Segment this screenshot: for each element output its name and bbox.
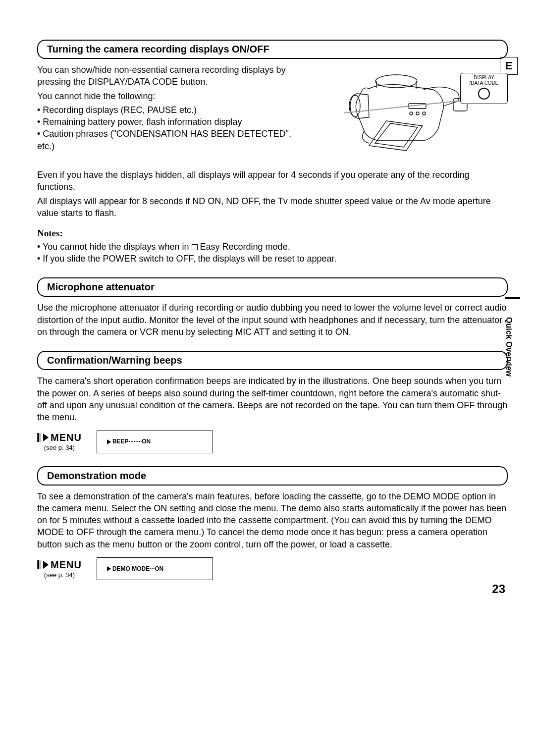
callout-button-icon (478, 88, 490, 100)
note-easy-recording: You cannot hide the displays when in Eas… (37, 241, 508, 253)
displays-intro: You can show/hide non-essential camera r… (37, 64, 305, 88)
display-data-code-callout: DISPLAY /DATA CODE (460, 73, 508, 104)
menu-row-demo: MENU (see p. 34) DEMO MODE···ON (37, 557, 508, 580)
page-number: 23 (492, 581, 505, 597)
mic-attenuator-body: Use the microphone attenuator if during … (37, 302, 508, 338)
menu-word-2: MENU (51, 559, 82, 570)
svg-point-3 (410, 112, 413, 115)
section-header-beeps: Confirmation/Warning beeps (37, 351, 508, 370)
svg-point-0 (350, 95, 360, 117)
displays-bullet-2: Remaining battery power, flash informati… (37, 116, 305, 128)
section-mic-attenuator: Microphone attenuator Use the microphone… (37, 277, 508, 338)
camera-illustration: DISPLAY /DATA CODE (310, 64, 508, 163)
menu-button-icon-2: MENU (see p. 34) (37, 558, 82, 580)
menu-hatch-icon (37, 433, 42, 442)
menu-button-icon: MENU (see p. 34) (37, 431, 82, 452)
svg-point-5 (423, 112, 426, 115)
note-power-off: If you slide the POWER switch to OFF, th… (37, 253, 508, 265)
lcd-play-icon-2 (107, 566, 111, 571)
menu-play-icon-2 (43, 561, 49, 569)
notes-heading: Notes: (37, 227, 508, 240)
displays-bullet-1: Recording displays (REC, PAUSE etc.) (37, 104, 305, 116)
displays-bullet-3: Caution phrases ("CONDENSATION HAS BEEN … (37, 128, 305, 152)
menu-see-ref-2: (see p. 34) (37, 571, 82, 580)
menu-play-icon (43, 433, 49, 441)
easy-recording-square-icon (192, 244, 198, 250)
section-header-displays: Turning the camera recording displays ON… (37, 40, 508, 59)
lcd-beep-on: BEEP········ON (97, 431, 213, 453)
beeps-body: The camera's short operation confirmatio… (37, 375, 508, 423)
lcd-play-icon (107, 439, 111, 444)
side-section-label: Quick Overview (503, 317, 514, 377)
menu-hatch-icon-2 (37, 560, 42, 569)
demo-body: To see a demonstration of the camera's m… (37, 490, 508, 550)
section-displays: Turning the camera recording displays ON… (37, 40, 508, 265)
section-beeps: Confirmation/Warning beeps The camera's … (37, 351, 508, 453)
svg-point-1 (375, 75, 417, 88)
menu-row-beeps: MENU (see p. 34) BEEP········ON (37, 431, 508, 453)
svg-point-4 (416, 112, 419, 115)
section-demo-mode: Demonstration mode To see a demonstratio… (37, 466, 508, 580)
lcd-demo-on: DEMO MODE···ON (97, 557, 213, 580)
menu-word: MENU (51, 432, 82, 443)
lcd-beep-text: BEEP········ON (112, 437, 151, 445)
lcd-demo-text: DEMO MODE···ON (112, 565, 163, 573)
section-header-demo: Demonstration mode (37, 466, 508, 486)
callout-text-2: /DATA CODE (462, 80, 506, 86)
displays-8sec: All displays will appear for 8 seconds i… (37, 195, 508, 219)
side-bar-mark-top (505, 297, 520, 299)
callout-text-1: DISPLAY (462, 75, 506, 80)
section-header-mic: Microphone attenuator (37, 277, 508, 297)
displays-cannot-hide: You cannot hide the following: (37, 90, 305, 102)
menu-see-ref: (see p. 34) (37, 443, 82, 452)
displays-4sec: Even if you have the displays hidden, al… (37, 169, 508, 193)
